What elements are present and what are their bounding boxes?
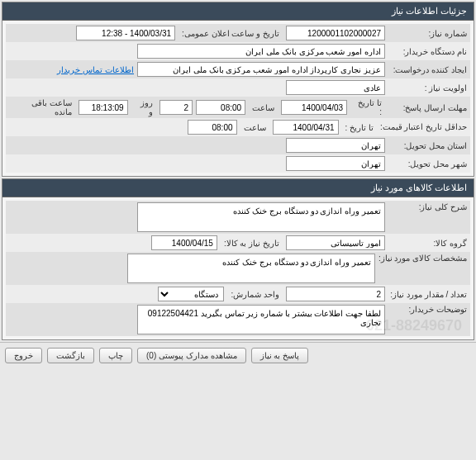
goods-panel: اطلاعات کالاهای مورد نیاز شرح کلی نیاز: … [2, 178, 474, 340]
note-label: توضیحات خریدار: [388, 305, 467, 314]
time1-field[interactable] [196, 100, 245, 115]
desc-field[interactable]: تعمیر وراه اندازی دو دستگاه برج خنک کنند… [137, 202, 385, 232]
pubdate-label: تاریخ و ساعت اعلان عمومی: [178, 29, 283, 38]
row-city: شهر محل تحویل: [6, 154, 470, 173]
minvalid-to-label: تا تاریخ : [342, 123, 377, 132]
group-label: گروه کالا: [388, 239, 467, 248]
city-label: شهر محل تحویل: [388, 159, 467, 168]
time2-label: ساعت [240, 123, 269, 132]
province-field[interactable] [286, 138, 385, 153]
row-note: توضیحات خریدار: لطفا جهت اطلاعات بیشتر ب… [6, 303, 470, 336]
minvalid-label: حداقل تاریخ اعتبار قیمت: [380, 122, 467, 132]
time2-field[interactable] [188, 120, 237, 135]
panel1-title: جزئیات اطلاعات نیاز [2, 2, 474, 21]
unit-label: واحد شمارش: [227, 290, 283, 299]
back-button[interactable]: بازگشت [47, 348, 94, 363]
city-field[interactable] [286, 156, 385, 171]
buyer-field[interactable] [137, 44, 385, 59]
qty-label: تعداد / مقدار مورد نیاز: [388, 290, 467, 299]
row-priority: اولویت نیاز : [6, 78, 470, 97]
todate-field[interactable] [281, 100, 347, 115]
row-qty: تعداد / مقدار مورد نیاز: واحد شمارش: دست… [6, 285, 470, 303]
buyer-label: نام دستگاه خریدار: [388, 47, 467, 56]
hoursleft-field[interactable] [79, 100, 128, 115]
respond-button[interactable]: پاسخ به نیاز [251, 348, 309, 363]
panel1-body: شماره نیاز: تاریخ و ساعت اعلان عمومی: نا… [2, 21, 474, 176]
contact-link[interactable]: اطلاعات تماس خریدار [57, 65, 134, 74]
time1-label: ساعت [249, 103, 278, 112]
qty-field[interactable] [286, 287, 385, 301]
priority-field[interactable] [286, 80, 385, 95]
row-province: استان محل تحویل: [6, 136, 470, 154]
panel2-title: اطلاعات کالاهای مورد نیاز [2, 179, 474, 197]
creator-field[interactable] [137, 62, 385, 77]
panel2-body: شرح کلی نیاز: تعمیر وراه اندازی دو دستگا… [2, 197, 474, 339]
priority-label: اولویت نیاز : [388, 83, 467, 92]
exit-button[interactable]: خروج [5, 348, 42, 363]
creator-label: ایجاد کننده درخواست: [388, 65, 467, 74]
pubdate-field[interactable] [76, 26, 175, 40]
print-button[interactable]: چاپ [99, 348, 132, 363]
row-creator: ایجاد کننده درخواست: اطلاعات تماس خریدار [6, 60, 470, 78]
button-bar: پاسخ به نیاز مشاهده مدارک پیوستی (0) چاپ… [0, 342, 476, 368]
delivdate-label: تاریخ نیاز به کالا: [221, 239, 283, 248]
spec-field[interactable]: تعمیر وراه اندازی دو دستگاه برج خنک کنند… [127, 254, 375, 283]
spec-label: مشخصات کالای مورد نیاز: [378, 254, 467, 263]
dayand-label: روز و [131, 98, 156, 116]
deadline-label: مهلت ارسال پاسخ: [388, 103, 467, 112]
unit-select[interactable]: دستگاه [158, 287, 224, 301]
todate-label: تا تاریخ : [350, 98, 385, 116]
note-field[interactable]: لطفا جهت اطلاعات بیشتر با شماره زیر تماس… [137, 305, 385, 334]
hoursleft-label: ساعت باقی مانده [9, 98, 75, 116]
row-deadline: مهلت ارسال پاسخ: تا تاریخ : ساعت روز و س… [6, 97, 470, 118]
province-label: استان محل تحویل: [388, 141, 467, 150]
row-group: گروه کالا: تاریخ نیاز به کالا: [6, 234, 470, 252]
details-panel: جزئیات اطلاعات نیاز شماره نیاز: تاریخ و … [2, 2, 474, 177]
row-spec: مشخصات کالای مورد نیاز: تعمیر وراه انداز… [6, 252, 470, 285]
row-desc: شرح کلی نیاز: تعمیر وراه اندازی دو دستگا… [6, 201, 470, 234]
row-minvalid: حداقل تاریخ اعتبار قیمت: تا تاریخ : ساعت [6, 118, 470, 136]
row-reqno: شماره نیاز: تاریخ و ساعت اعلان عمومی: [6, 24, 470, 42]
delivdate-field[interactable] [151, 235, 217, 250]
group-field[interactable] [286, 235, 385, 250]
minvalid-date-field[interactable] [273, 120, 339, 135]
reqno-field[interactable] [286, 26, 385, 40]
desc-label: شرح کلی نیاز: [388, 202, 467, 211]
reqno-label: شماره نیاز: [388, 29, 467, 38]
daysleft-field[interactable] [159, 100, 193, 115]
attachments-button[interactable]: مشاهده مدارک پیوستی (0) [137, 348, 246, 363]
row-buyer: نام دستگاه خریدار: [6, 42, 470, 60]
